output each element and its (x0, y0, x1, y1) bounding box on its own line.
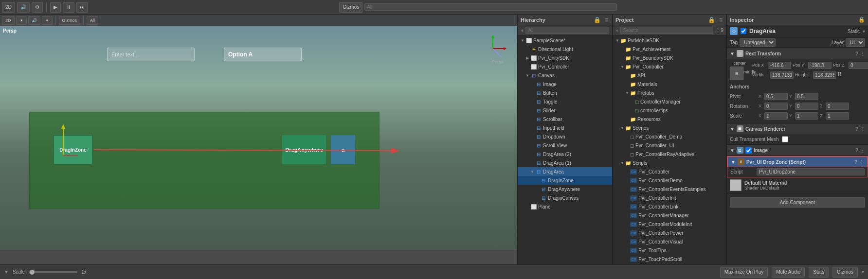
hierarchy-lock-btn[interactable]: 🔒 (593, 17, 602, 23)
project-item-scripts[interactable]: ▼📁Scripts (613, 158, 726, 167)
hierarchy-menu-btn[interactable]: ≡ (604, 17, 609, 23)
proj-arrow-scripts[interactable]: ▼ (619, 160, 625, 166)
image-enabled-checkbox[interactable] (745, 147, 752, 154)
project-item-pvr_controllerpower[interactable]: C#Pvr_ControllerPower (613, 228, 726, 237)
script-help[interactable]: ? (854, 159, 857, 165)
scene-2d-btn[interactable]: 2D (2, 16, 15, 25)
project-item-pvr_controllerinit[interactable]: C#Pvr_ControllerInit (613, 193, 726, 202)
scene-dropdown[interactable]: Option A (224, 48, 302, 61)
tree-arrow-canvas[interactable]: ▼ (524, 72, 530, 78)
pivot-x-input[interactable] (764, 93, 788, 100)
layer-dropdown[interactable]: UI (846, 38, 865, 47)
cull-checkbox[interactable] (782, 136, 788, 142)
project-item-pvr_controllermoduleinit[interactable]: C#Pvr_ControllerModuleInit (613, 220, 726, 228)
pos-x-input[interactable] (768, 62, 791, 69)
add-component-btn[interactable]: Add Component (730, 197, 865, 208)
step-btn[interactable]: ⏭ (76, 2, 88, 13)
proj-arrow-controller_folder[interactable]: ▼ (619, 64, 625, 70)
mute-audio-btn[interactable]: Mute Audio (772, 267, 805, 278)
hierarchy-item-directional_light[interactable]: ☀Directional Light (518, 45, 612, 53)
hierarchy-item-dragarea2[interactable]: ⊟DragArea (2) (518, 150, 612, 158)
tree-arrow-sample_scene[interactable]: ▼ (520, 37, 525, 43)
scene-input-field[interactable]: Enter text... (107, 48, 195, 61)
project-more-btn[interactable]: ⋮9 (715, 27, 723, 34)
tree-arrow-dragarea[interactable]: ▼ (529, 169, 535, 174)
project-add-btn[interactable]: + (615, 28, 618, 34)
hierarchy-item-pvr_unitysdk[interactable]: ▶⬜Pvr_UnitySDK (518, 53, 612, 62)
hierarchy-item-toggle[interactable]: ⊟Toggle (518, 97, 612, 106)
anchor-icon[interactable]: ⊞ (730, 67, 743, 80)
inspector-static-dropdown[interactable]: ▾ (863, 29, 865, 34)
project-item-pvr_controllerevents[interactable]: C#Pvr_ControllerEventsExamples (613, 185, 726, 193)
scene-all-btn[interactable]: All (87, 16, 98, 25)
rot-x-input[interactable] (764, 103, 788, 110)
hierarchy-item-sample_scene[interactable]: ▼⬜SampleScene* (518, 36, 612, 45)
tree-arrow-pvr_unitysdk[interactable]: ▶ (524, 55, 530, 61)
project-item-pvr_controllervisual[interactable]: C#Pvr_ControllerVisual (613, 237, 726, 246)
hierarchy-item-plane[interactable]: ⬜Plane (518, 202, 612, 211)
hierarchy-item-pvr_controller[interactable]: ⬜Pvr_Controller (518, 62, 612, 71)
hierarchy-item-draginzone[interactable]: ⊟DragInZone (518, 176, 612, 185)
project-item-achievement[interactable]: 📁Pvr_Achievement (613, 45, 726, 53)
scale-x-input[interactable] (764, 112, 788, 120)
rect-transform-help-btn[interactable]: ? (855, 51, 858, 56)
image-menu[interactable]: ⋮ (860, 148, 865, 153)
project-lock-btn[interactable]: 🔒 (707, 17, 716, 23)
canvas-renderer-menu[interactable]: ⋮ (860, 126, 865, 132)
scale-slider[interactable] (29, 271, 77, 273)
hierarchy-item-slider[interactable]: ⊟Slider (518, 106, 612, 115)
hierarchy-item-dragarea1[interactable]: ⊟DragArea (1) (518, 158, 612, 167)
pos-y-input[interactable] (808, 62, 832, 69)
project-item-pvr_controller_ray[interactable]: ◻Pvr_ControllerRayAdaptive (613, 150, 726, 158)
project-item-pvr_controller_cs[interactable]: C#Pvr_Controller (613, 167, 726, 176)
gizmos-dropdown-btn[interactable]: ▾ (862, 269, 864, 275)
gizmos-bottom-btn[interactable]: Gizmos (832, 267, 858, 278)
proj-arrow-scenes[interactable]: ▼ (619, 125, 625, 131)
height-input[interactable] (813, 71, 836, 79)
hierarchy-search-input[interactable] (525, 27, 609, 34)
proj-arrow-prefabs[interactable]: ▼ (624, 90, 630, 96)
project-item-prefabs[interactable]: ▼📁Prefabs (613, 88, 726, 97)
project-search-input[interactable] (620, 27, 713, 34)
effects-btn[interactable]: ⚙ (32, 2, 43, 13)
project-item-pvr_controller_ui[interactable]: ◻Pvr_Controller_UI (613, 141, 726, 150)
pos-z-input[interactable] (849, 62, 868, 69)
hierarchy-add-btn[interactable]: + (521, 28, 524, 34)
project-item-materials[interactable]: 📁Materials (613, 80, 726, 88)
project-item-controllermanager_prefab[interactable]: ⊡ControllerManager (613, 97, 726, 106)
script-menu[interactable]: ⋮ (859, 159, 864, 165)
scene-search-input[interactable] (364, 3, 616, 11)
scene-fx-btn[interactable]: ✦ (42, 16, 53, 25)
rot-z-input[interactable] (826, 103, 849, 110)
hierarchy-item-dragincanvas[interactable]: ⊟DraginCanvas (518, 193, 612, 202)
project-item-controllertips[interactable]: ⊡controllertips (613, 106, 726, 115)
project-item-pvr_touchpadscroll[interactable]: C#Pvr_TouchPadScroll (613, 255, 726, 263)
rect-transform-menu-btn[interactable]: ⋮ (860, 51, 865, 56)
gizmos-btn[interactable]: Gizmos (339, 2, 362, 13)
project-item-pvr_controller_demo[interactable]: ◻Pvr_Controller_Demo (613, 132, 726, 141)
hierarchy-item-canvas[interactable]: ▼⊡Canvas (518, 71, 612, 80)
mode-2d-btn[interactable]: 2D (2, 2, 15, 13)
scene-audio-btn[interactable]: 🔊 (28, 16, 40, 25)
scale-z-input[interactable] (826, 112, 849, 120)
hierarchy-item-scrollbar[interactable]: ⊟Scrollbar (518, 115, 612, 123)
tag-dropdown[interactable]: Untagged (740, 38, 776, 47)
scene-gizmos-btn[interactable]: Gizmos (59, 16, 81, 25)
project-menu-btn[interactable]: ≡ (718, 17, 723, 23)
project-item-resources[interactable]: 📁Resources (613, 115, 726, 123)
pivot-y-input[interactable] (795, 93, 818, 100)
image-help[interactable]: ? (855, 148, 858, 153)
project-item-pvrmobilesdk[interactable]: ▼📁PvrMobileSDK (613, 36, 726, 45)
project-item-pvr_controllerlink[interactable]: C#Pvr_ControllerLink (613, 202, 726, 211)
rect-transform-header[interactable]: ▼ ⊡ Rect Transform ? ⋮ (727, 48, 868, 59)
project-item-boundarysdk[interactable]: 📁Pvr_BoundarySDK (613, 53, 726, 62)
hierarchy-item-dragarea[interactable]: ▼⊟DragArea (518, 167, 612, 176)
hierarchy-item-scroll_view[interactable]: ⊟Scroll View (518, 141, 612, 150)
project-item-pvr_controllerdemo[interactable]: C#Pvr_ControllerDemo (613, 176, 726, 185)
scene-light-btn[interactable]: ☀ (16, 16, 27, 25)
hierarchy-item-image[interactable]: ⊟Image (518, 80, 612, 88)
script-header[interactable]: ▼ # Pvr_UI Drop Zone (Script) ? ⋮ (727, 157, 868, 167)
hierarchy-item-dropdown[interactable]: ⊟Dropdown (518, 132, 612, 141)
stats-btn[interactable]: Stats (809, 267, 829, 278)
audio-btn[interactable]: 🔊 (17, 2, 30, 13)
